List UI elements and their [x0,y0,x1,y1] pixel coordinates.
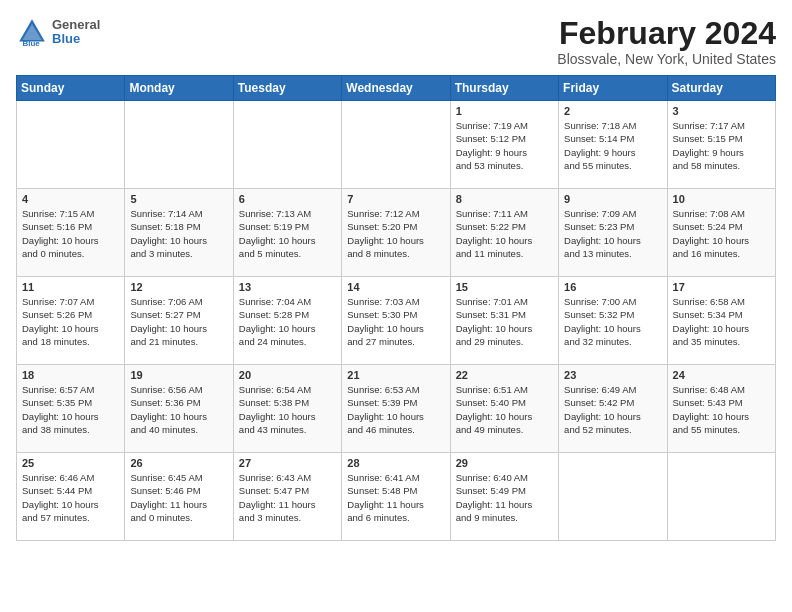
day-info: Sunrise: 7:06 AM Sunset: 5:27 PM Dayligh… [130,295,227,348]
day-number: 5 [130,193,227,205]
calendar-cell: 24Sunrise: 6:48 AM Sunset: 5:43 PM Dayli… [667,365,775,453]
weekday-header: Monday [125,76,233,101]
calendar-cell: 2Sunrise: 7:18 AM Sunset: 5:14 PM Daylig… [559,101,667,189]
day-number: 8 [456,193,553,205]
day-number: 6 [239,193,336,205]
calendar-cell [342,101,450,189]
calendar-cell [559,453,667,541]
weekday-header: Thursday [450,76,558,101]
calendar-week-row: 18Sunrise: 6:57 AM Sunset: 5:35 PM Dayli… [17,365,776,453]
weekday-header: Tuesday [233,76,341,101]
calendar-cell: 14Sunrise: 7:03 AM Sunset: 5:30 PM Dayli… [342,277,450,365]
day-info: Sunrise: 6:51 AM Sunset: 5:40 PM Dayligh… [456,383,553,436]
calendar-cell: 22Sunrise: 6:51 AM Sunset: 5:40 PM Dayli… [450,365,558,453]
calendar-cell: 3Sunrise: 7:17 AM Sunset: 5:15 PM Daylig… [667,101,775,189]
day-info: Sunrise: 6:46 AM Sunset: 5:44 PM Dayligh… [22,471,119,524]
logo-general: General [52,18,100,32]
day-number: 14 [347,281,444,293]
day-number: 18 [22,369,119,381]
day-info: Sunrise: 7:08 AM Sunset: 5:24 PM Dayligh… [673,207,770,260]
day-number: 19 [130,369,227,381]
day-info: Sunrise: 6:58 AM Sunset: 5:34 PM Dayligh… [673,295,770,348]
day-info: Sunrise: 7:04 AM Sunset: 5:28 PM Dayligh… [239,295,336,348]
calendar-cell: 28Sunrise: 6:41 AM Sunset: 5:48 PM Dayli… [342,453,450,541]
weekday-header: Saturday [667,76,775,101]
day-info: Sunrise: 7:11 AM Sunset: 5:22 PM Dayligh… [456,207,553,260]
day-info: Sunrise: 7:09 AM Sunset: 5:23 PM Dayligh… [564,207,661,260]
day-info: Sunrise: 7:01 AM Sunset: 5:31 PM Dayligh… [456,295,553,348]
day-info: Sunrise: 6:54 AM Sunset: 5:38 PM Dayligh… [239,383,336,436]
day-number: 15 [456,281,553,293]
calendar-cell: 15Sunrise: 7:01 AM Sunset: 5:31 PM Dayli… [450,277,558,365]
day-number: 12 [130,281,227,293]
logo-text: General Blue [52,18,100,47]
day-info: Sunrise: 6:41 AM Sunset: 5:48 PM Dayligh… [347,471,444,524]
calendar-cell: 9Sunrise: 7:09 AM Sunset: 5:23 PM Daylig… [559,189,667,277]
calendar-cell: 8Sunrise: 7:11 AM Sunset: 5:22 PM Daylig… [450,189,558,277]
day-number: 9 [564,193,661,205]
day-info: Sunrise: 6:56 AM Sunset: 5:36 PM Dayligh… [130,383,227,436]
calendar-table: SundayMondayTuesdayWednesdayThursdayFrid… [16,75,776,541]
calendar-cell [125,101,233,189]
day-number: 28 [347,457,444,469]
day-number: 13 [239,281,336,293]
day-info: Sunrise: 7:17 AM Sunset: 5:15 PM Dayligh… [673,119,770,172]
day-info: Sunrise: 6:45 AM Sunset: 5:46 PM Dayligh… [130,471,227,524]
day-info: Sunrise: 6:48 AM Sunset: 5:43 PM Dayligh… [673,383,770,436]
day-number: 29 [456,457,553,469]
calendar-cell: 20Sunrise: 6:54 AM Sunset: 5:38 PM Dayli… [233,365,341,453]
logo-icon: Blue [16,16,48,48]
calendar-cell: 19Sunrise: 6:56 AM Sunset: 5:36 PM Dayli… [125,365,233,453]
calendar-cell: 16Sunrise: 7:00 AM Sunset: 5:32 PM Dayli… [559,277,667,365]
calendar-week-row: 1Sunrise: 7:19 AM Sunset: 5:12 PM Daylig… [17,101,776,189]
day-info: Sunrise: 6:43 AM Sunset: 5:47 PM Dayligh… [239,471,336,524]
day-number: 27 [239,457,336,469]
calendar-cell: 23Sunrise: 6:49 AM Sunset: 5:42 PM Dayli… [559,365,667,453]
calendar-cell: 6Sunrise: 7:13 AM Sunset: 5:19 PM Daylig… [233,189,341,277]
location: Blossvale, New York, United States [557,51,776,67]
calendar-week-row: 25Sunrise: 6:46 AM Sunset: 5:44 PM Dayli… [17,453,776,541]
day-info: Sunrise: 7:07 AM Sunset: 5:26 PM Dayligh… [22,295,119,348]
day-info: Sunrise: 7:12 AM Sunset: 5:20 PM Dayligh… [347,207,444,260]
title-block: February 2024 Blossvale, New York, Unite… [557,16,776,67]
calendar-cell [667,453,775,541]
weekday-header: Wednesday [342,76,450,101]
day-number: 3 [673,105,770,117]
day-number: 23 [564,369,661,381]
day-info: Sunrise: 7:00 AM Sunset: 5:32 PM Dayligh… [564,295,661,348]
calendar-cell: 11Sunrise: 7:07 AM Sunset: 5:26 PM Dayli… [17,277,125,365]
calendar-cell: 7Sunrise: 7:12 AM Sunset: 5:20 PM Daylig… [342,189,450,277]
weekday-header: Friday [559,76,667,101]
calendar-cell: 12Sunrise: 7:06 AM Sunset: 5:27 PM Dayli… [125,277,233,365]
day-number: 10 [673,193,770,205]
day-info: Sunrise: 7:03 AM Sunset: 5:30 PM Dayligh… [347,295,444,348]
logo: Blue General Blue [16,16,100,48]
day-info: Sunrise: 6:40 AM Sunset: 5:49 PM Dayligh… [456,471,553,524]
day-info: Sunrise: 7:15 AM Sunset: 5:16 PM Dayligh… [22,207,119,260]
month-title: February 2024 [557,16,776,51]
calendar-week-row: 4Sunrise: 7:15 AM Sunset: 5:16 PM Daylig… [17,189,776,277]
day-info: Sunrise: 6:57 AM Sunset: 5:35 PM Dayligh… [22,383,119,436]
calendar-cell [233,101,341,189]
calendar-cell [17,101,125,189]
calendar-week-row: 11Sunrise: 7:07 AM Sunset: 5:26 PM Dayli… [17,277,776,365]
day-number: 4 [22,193,119,205]
day-info: Sunrise: 7:18 AM Sunset: 5:14 PM Dayligh… [564,119,661,172]
day-number: 26 [130,457,227,469]
svg-text:Blue: Blue [22,39,40,48]
day-info: Sunrise: 7:13 AM Sunset: 5:19 PM Dayligh… [239,207,336,260]
day-number: 2 [564,105,661,117]
day-number: 24 [673,369,770,381]
day-number: 11 [22,281,119,293]
day-number: 7 [347,193,444,205]
calendar-cell: 26Sunrise: 6:45 AM Sunset: 5:46 PM Dayli… [125,453,233,541]
day-number: 22 [456,369,553,381]
page-header: Blue General Blue February 2024 Blossval… [16,16,776,67]
calendar-cell: 18Sunrise: 6:57 AM Sunset: 5:35 PM Dayli… [17,365,125,453]
calendar-cell: 10Sunrise: 7:08 AM Sunset: 5:24 PM Dayli… [667,189,775,277]
day-number: 25 [22,457,119,469]
day-info: Sunrise: 7:14 AM Sunset: 5:18 PM Dayligh… [130,207,227,260]
calendar-cell: 25Sunrise: 6:46 AM Sunset: 5:44 PM Dayli… [17,453,125,541]
calendar-cell: 13Sunrise: 7:04 AM Sunset: 5:28 PM Dayli… [233,277,341,365]
day-number: 16 [564,281,661,293]
